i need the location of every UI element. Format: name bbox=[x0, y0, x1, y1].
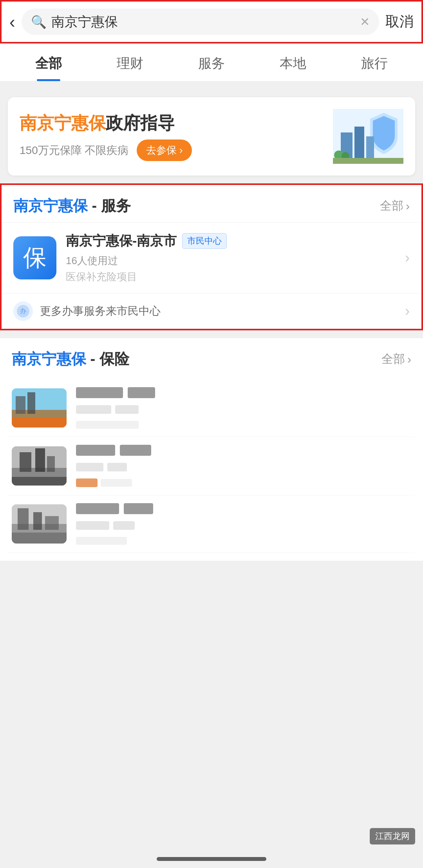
insurance-item-2-info bbox=[76, 445, 411, 487]
banner-title: 南京宁惠保政府指导 bbox=[20, 112, 192, 134]
svg-rect-16 bbox=[12, 477, 67, 486]
service-title-highlight: 南京宁惠保 bbox=[13, 198, 88, 214]
service-title-rest: - 服务 bbox=[88, 198, 131, 214]
insurance-item-2[interactable] bbox=[8, 437, 415, 495]
insurance-list bbox=[0, 375, 423, 561]
svg-rect-3 bbox=[366, 136, 374, 160]
insurance-section-title: 南京宁惠保 - 保险 bbox=[12, 349, 129, 369]
insurance-item-3-info bbox=[76, 503, 411, 545]
service-more-label: 全部 bbox=[380, 198, 403, 214]
bao-char: 保 bbox=[23, 242, 47, 274]
service-item-tag: 市民中心 bbox=[182, 233, 227, 249]
insurance-more-button[interactable]: 全部 › bbox=[381, 351, 411, 367]
search-input-container: 🔍 ✕ bbox=[22, 9, 379, 35]
banner-image bbox=[333, 109, 403, 164]
service-item-name: 南京宁惠保-南京市 bbox=[66, 232, 177, 250]
banner-left: 南京宁惠保政府指导 150万元保障 不限疾病 去参保 › bbox=[20, 112, 192, 161]
more-services-text: 更多办事服务来市民中心 bbox=[40, 304, 398, 319]
back-button[interactable]: ‹ bbox=[9, 13, 15, 31]
svg-rect-22 bbox=[12, 533, 67, 544]
insurance-item-1[interactable] bbox=[8, 379, 415, 437]
more-services-chevron: › bbox=[405, 303, 410, 319]
service-list-item[interactable]: 保 南京宁惠保-南京市 市民中心 16人使用过 医保补充险项目 › bbox=[2, 222, 421, 293]
tab-service[interactable]: 服务 bbox=[171, 43, 252, 81]
insurance-item-3[interactable] bbox=[8, 495, 415, 553]
more-services-icon: 办 bbox=[13, 301, 33, 321]
insurance-more-chevron: › bbox=[407, 353, 411, 366]
svg-rect-25 bbox=[45, 516, 59, 530]
tab-local[interactable]: 本地 bbox=[252, 43, 334, 81]
service-name-row: 南京宁惠保-南京市 市民中心 bbox=[66, 232, 396, 250]
clear-icon[interactable]: ✕ bbox=[360, 15, 370, 29]
cancel-button[interactable]: 取消 bbox=[385, 12, 414, 31]
insurance-thumb-3 bbox=[12, 504, 67, 544]
svg-rect-17 bbox=[20, 452, 31, 472]
search-input[interactable] bbox=[51, 14, 355, 29]
service-section-title: 南京宁惠保 - 服务 bbox=[13, 196, 131, 216]
insurance-section-header: 南京宁惠保 - 保险 全部 › bbox=[0, 338, 423, 375]
svg-rect-6 bbox=[333, 158, 403, 164]
banner-card[interactable]: 南京宁惠保政府指导 150万元保障 不限疾病 去参保 › bbox=[8, 97, 415, 176]
service-item-chevron: › bbox=[405, 250, 410, 266]
service-item-meta: 16人使用过 bbox=[66, 254, 396, 268]
service-more-chevron: › bbox=[406, 199, 410, 213]
tab-bar: 全部 理财 服务 本地 旅行 bbox=[0, 43, 423, 82]
service-more-button[interactable]: 全部 › bbox=[380, 198, 410, 214]
svg-rect-13 bbox=[27, 392, 35, 414]
service-item-desc: 医保补充险项目 bbox=[66, 270, 396, 284]
search-bar: ‹ 🔍 ✕ 取消 bbox=[0, 0, 423, 43]
tab-all[interactable]: 全部 bbox=[8, 43, 89, 81]
watermark: 江西龙网 bbox=[370, 828, 415, 844]
tab-travel[interactable]: 旅行 bbox=[334, 43, 415, 81]
insurance-thumb-1 bbox=[12, 388, 67, 428]
banner-subtitle-text: 150万元保障 不限疾病 bbox=[20, 143, 129, 158]
search-icon: 🔍 bbox=[31, 14, 47, 29]
insurance-section: 南京宁惠保 - 保险 全部 › bbox=[0, 338, 423, 561]
insurance-item-1-info bbox=[76, 387, 411, 429]
insurance-title-highlight: 南京宁惠保 bbox=[12, 351, 86, 367]
svg-rect-18 bbox=[35, 448, 45, 472]
svg-rect-12 bbox=[16, 396, 25, 414]
svg-text:办: 办 bbox=[20, 308, 26, 314]
banner-title-rest: 政府指导 bbox=[106, 113, 175, 132]
insurance-thumb-2 bbox=[12, 446, 67, 486]
svg-rect-19 bbox=[47, 456, 55, 472]
svg-rect-11 bbox=[12, 418, 67, 428]
svg-rect-24 bbox=[33, 512, 42, 530]
home-indicator bbox=[157, 857, 266, 861]
svg-rect-2 bbox=[354, 127, 364, 160]
svg-rect-23 bbox=[18, 508, 29, 530]
banner-title-highlight: 南京宁惠保 bbox=[20, 113, 106, 132]
service-section: 南京宁惠保 - 服务 全部 › 保 南京宁惠保-南京市 市民中心 16人使用过 … bbox=[0, 183, 423, 330]
banner-subtitle: 150万元保障 不限疾病 去参保 › bbox=[20, 140, 192, 161]
tab-finance[interactable]: 理财 bbox=[89, 43, 171, 81]
service-section-header: 南京宁惠保 - 服务 全部 › bbox=[2, 185, 421, 222]
more-services-row[interactable]: 办 更多办事服务来市民中心 › bbox=[2, 293, 421, 329]
insurance-title-rest: - 保险 bbox=[86, 351, 129, 367]
service-item-info: 南京宁惠保-南京市 市民中心 16人使用过 医保补充险项目 bbox=[66, 232, 396, 284]
insurance-more-label: 全部 bbox=[381, 351, 405, 367]
join-button[interactable]: 去参保 › bbox=[137, 140, 192, 161]
service-item-icon: 保 bbox=[13, 236, 56, 279]
